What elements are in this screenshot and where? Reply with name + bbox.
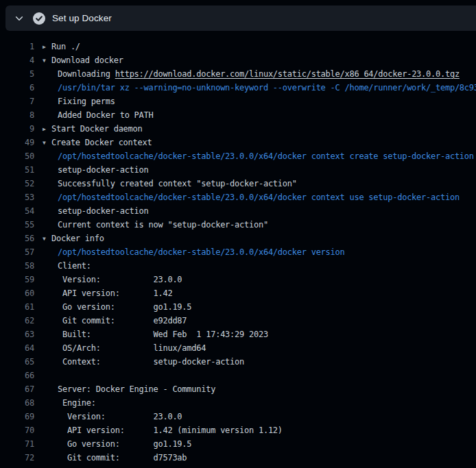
log-group-line[interactable]: ▼Docker info: [43, 232, 104, 245]
line-number[interactable]: 51: [0, 163, 34, 177]
log-text-line: setup-docker-action: [43, 204, 149, 218]
line-number[interactable]: 4: [0, 53, 34, 67]
log-command-line: /opt/hostedtoolcache/docker-stable/23.0.…: [43, 245, 344, 259]
log-group-line[interactable]: ▶Run ./: [43, 40, 80, 53]
line-number[interactable]: 72: [0, 451, 34, 465]
log-text-line: [43, 369, 58, 382]
line-number[interactable]: 50: [0, 149, 34, 163]
line-number[interactable]: 66: [0, 369, 34, 382]
line-number[interactable]: 55: [0, 218, 34, 232]
log-row[interactable]: 9▶Start Docker daemon: [0, 122, 476, 136]
log-row: 71 Go version: go1.19.5: [0, 437, 476, 451]
group-title: Start Docker daemon: [51, 124, 143, 134]
group-title: Docker info: [51, 234, 104, 243]
log-text-line: Client:: [43, 259, 91, 273]
log-row: 65 Context: setup-docker-action: [0, 355, 476, 369]
log-group-line[interactable]: ▼Create Docker context: [43, 136, 152, 149]
chevron-expanded-icon[interactable]: ▼: [43, 54, 51, 67]
log-row: 61 Go version: go1.19.5: [0, 300, 476, 314]
chevron-collapsed-icon[interactable]: ▶: [43, 123, 51, 136]
line-number[interactable]: 49: [0, 136, 34, 149]
log-text-line: Fixing perms: [43, 95, 115, 108]
log-text-line: Go version: go1.19.5: [43, 437, 191, 451]
line-number[interactable]: 56: [0, 232, 34, 245]
chevron-collapsed-icon[interactable]: ▶: [43, 40, 51, 53]
log-row: 60 API version: 1.42: [0, 286, 476, 300]
line-number[interactable]: 67: [0, 382, 34, 396]
log-row: 57/opt/hostedtoolcache/docker-stable/23.…: [0, 245, 476, 259]
log-row: 5Downloading https://download.docker.com…: [0, 67, 476, 81]
log-row: 8Added Docker to PATH: [0, 108, 476, 122]
log-text-line: OS/Arch: linux/amd64: [43, 341, 206, 355]
log-row: 51setup-docker-action: [0, 163, 476, 177]
log-row: 66: [0, 369, 476, 382]
line-number[interactable]: 65: [0, 355, 34, 369]
log-text-line: API version: 1.42 (minimum version 1.12): [43, 423, 283, 437]
line-number[interactable]: 64: [0, 341, 34, 355]
chevron-down-icon[interactable]: [14, 13, 25, 24]
log-text-line: Downloading https://download.docker.com/…: [43, 67, 460, 81]
line-number[interactable]: 57: [0, 245, 34, 259]
log-row: 59 Version: 23.0.0: [0, 273, 476, 286]
line-number[interactable]: 58: [0, 259, 34, 273]
log-command-line: /opt/hostedtoolcache/docker-stable/23.0.…: [43, 190, 460, 204]
line-number[interactable]: 1: [0, 40, 34, 53]
log-row: 58Client:: [0, 259, 476, 273]
log-text-line: Context: setup-docker-action: [43, 355, 244, 369]
line-number[interactable]: 52: [0, 177, 34, 190]
line-number[interactable]: 60: [0, 286, 34, 300]
line-number[interactable]: 54: [0, 204, 34, 218]
log-row: 53/opt/hostedtoolcache/docker-stable/23.…: [0, 190, 476, 204]
line-number[interactable]: 53: [0, 190, 34, 204]
log-text-line: Go version: go1.19.5: [43, 300, 191, 314]
log-viewer: 1▶Run ./4▼Download docker5Downloading ht…: [0, 31, 476, 465]
line-number[interactable]: 7: [0, 95, 34, 108]
line-number[interactable]: 71: [0, 437, 34, 451]
log-row: 50/opt/hostedtoolcache/docker-stable/23.…: [0, 149, 476, 163]
log-row: 68 Engine:: [0, 396, 476, 410]
log-text-line: Built: Wed Feb 1 17:43:29 2023: [43, 328, 268, 341]
chevron-expanded-icon[interactable]: ▼: [43, 232, 51, 245]
step-header[interactable]: Set up Docker: [5, 5, 476, 31]
log-command-line: /usr/bin/tar xz --warning=no-unknown-key…: [43, 81, 476, 95]
chevron-expanded-icon[interactable]: ▼: [43, 136, 51, 149]
log-link[interactable]: https://download.docker.com/linux/static…: [115, 69, 460, 79]
log-row: 64 OS/Arch: linux/amd64: [0, 341, 476, 355]
log-row: 70 API version: 1.42 (minimum version 1.…: [0, 423, 476, 437]
line-number[interactable]: 62: [0, 314, 34, 328]
log-row: 72 Git commit: d7573ab: [0, 451, 476, 465]
log-row[interactable]: 4▼Download docker: [0, 53, 476, 67]
group-title: Create Docker context: [51, 138, 152, 147]
log-text-line: Current context is now "setup-docker-act…: [43, 218, 268, 232]
log-row: 55Current context is now "setup-docker-a…: [0, 218, 476, 232]
log-row: 62 Git commit: e92dd87: [0, 314, 476, 328]
line-number[interactable]: 68: [0, 396, 34, 410]
log-row: 67Server: Docker Engine - Community: [0, 382, 476, 396]
log-text-line: Added Docker to PATH: [43, 108, 154, 122]
line-number[interactable]: 8: [0, 108, 34, 122]
log-text-line: Git commit: d7573ab: [43, 451, 187, 465]
log-text-line: setup-docker-action: [43, 163, 149, 177]
line-number[interactable]: 63: [0, 328, 34, 341]
line-number[interactable]: 59: [0, 273, 34, 286]
log-group-line[interactable]: ▼Download docker: [43, 53, 123, 67]
group-title: Download docker: [51, 56, 123, 65]
log-text-line: Version: 23.0.0: [43, 410, 182, 423]
log-row: 69 Version: 23.0.0: [0, 410, 476, 423]
log-row: 63 Built: Wed Feb 1 17:43:29 2023: [0, 328, 476, 341]
group-title: Run ./: [51, 42, 80, 51]
line-number[interactable]: 70: [0, 423, 34, 437]
line-number[interactable]: 61: [0, 300, 34, 314]
line-number[interactable]: 69: [0, 410, 34, 423]
log-row: 6/usr/bin/tar xz --warning=no-unknown-ke…: [0, 81, 476, 95]
log-group-line[interactable]: ▶Start Docker daemon: [43, 122, 143, 136]
log-row[interactable]: 1▶Run ./: [0, 40, 476, 53]
log-command-line: /opt/hostedtoolcache/docker-stable/23.0.…: [43, 149, 476, 163]
line-number[interactable]: 6: [0, 81, 34, 95]
log-text-line: Server: Docker Engine - Community: [43, 382, 215, 396]
line-number[interactable]: 5: [0, 67, 34, 81]
log-row: 54setup-docker-action: [0, 204, 476, 218]
log-row[interactable]: 49▼Create Docker context: [0, 136, 476, 149]
log-row[interactable]: 56▼Docker info: [0, 232, 476, 245]
line-number[interactable]: 9: [0, 122, 34, 136]
